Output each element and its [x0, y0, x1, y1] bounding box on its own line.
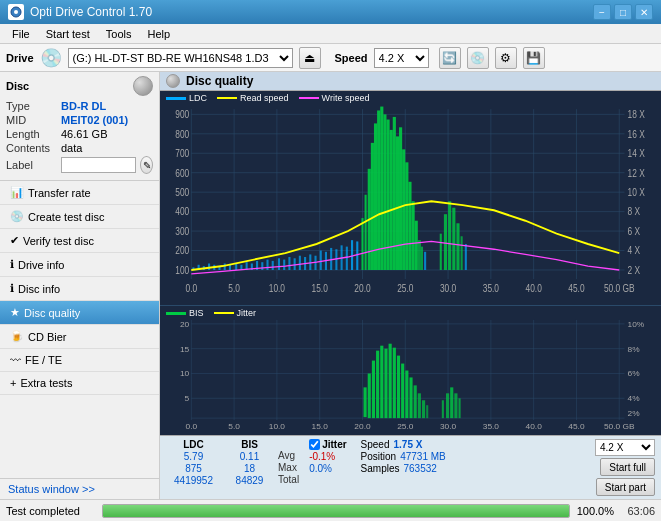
menu-help[interactable]: Help: [139, 26, 178, 42]
svg-text:14 X: 14 X: [628, 147, 646, 159]
svg-text:25.0: 25.0: [397, 282, 413, 294]
write-speed-legend: Write speed: [299, 93, 370, 103]
eject-button[interactable]: ⏏: [299, 47, 321, 69]
cd-bier-icon: 🍺: [10, 330, 24, 343]
svg-text:10.0: 10.0: [269, 422, 286, 431]
drive-info-icon: ℹ: [10, 258, 14, 271]
svg-rect-152: [376, 351, 379, 418]
stats-speed-section: Speed 1.75 X Position 47731 MB Samples 7…: [361, 439, 446, 474]
disc-length-row: Length 46.61 GB: [6, 128, 153, 140]
max-bis: 18: [227, 463, 272, 474]
transfer-rate-label: Transfer rate: [28, 187, 91, 199]
svg-text:2 X: 2 X: [628, 264, 641, 276]
sidebar: Disc Type BD-R DL MID MEIT02 (001) Lengt…: [0, 72, 160, 499]
jitter-legend: Jitter: [214, 308, 257, 318]
menu-tools[interactable]: Tools: [98, 26, 140, 42]
svg-rect-91: [383, 114, 386, 270]
speed-value: 1.75 X: [394, 439, 423, 450]
drive-icon: 💿: [40, 47, 62, 69]
disc-button[interactable]: 💿: [467, 47, 489, 69]
chart-area: Disc quality LDC Read speed Write speed: [160, 72, 661, 499]
svg-text:5: 5: [185, 394, 190, 403]
svg-text:45.0: 45.0: [568, 422, 585, 431]
read-speed-legend-label: Read speed: [240, 93, 289, 103]
jitter-checkbox[interactable]: [309, 439, 320, 450]
menu-file[interactable]: File: [4, 26, 38, 42]
svg-text:2%: 2%: [628, 409, 640, 418]
disc-icon: [133, 76, 153, 96]
max-jitter: 0.0%: [309, 463, 346, 474]
drive-select[interactable]: (G:) HL-DT-ST BD-RE WH16NS48 1.D3: [68, 48, 293, 68]
disc-quality-icon: ★: [10, 306, 20, 319]
sidebar-item-transfer-rate[interactable]: 📊 Transfer rate: [0, 181, 159, 205]
sidebar-item-verify-test-disc[interactable]: ✔ Verify test disc: [0, 229, 159, 253]
svg-rect-160: [409, 377, 412, 418]
svg-rect-60: [235, 263, 237, 269]
samples-row: Samples 763532: [361, 463, 446, 474]
svg-text:700: 700: [175, 147, 189, 159]
max-ldc: 875: [166, 463, 221, 474]
sidebar-item-drive-info[interactable]: ℹ Drive info: [0, 253, 159, 277]
extra-tests-label: Extra tests: [20, 377, 72, 389]
svg-rect-109: [456, 223, 459, 270]
sidebar-item-extra-tests[interactable]: + Extra tests: [0, 372, 159, 395]
menu-start-test[interactable]: Start test: [38, 26, 98, 42]
length-label: Length: [6, 128, 61, 140]
refresh-button[interactable]: 🔄: [439, 47, 461, 69]
lower-chart: BIS Jitter: [160, 305, 661, 435]
disc-label-row: Label ✎: [6, 156, 153, 174]
svg-rect-103: [421, 247, 423, 270]
disc-contents-row: Contents data: [6, 142, 153, 154]
upper-chart-svg: 900 800 700 600 500 400 300 200 100 18 X…: [160, 91, 661, 305]
svg-text:400: 400: [175, 206, 189, 218]
ldc-header: LDC: [166, 439, 221, 450]
close-button[interactable]: ✕: [635, 4, 653, 20]
svg-text:18 X: 18 X: [628, 108, 646, 120]
window-title: Opti Drive Control 1.70: [30, 5, 590, 19]
label-edit-button[interactable]: ✎: [140, 156, 153, 174]
svg-rect-110: [461, 236, 463, 270]
svg-text:20: 20: [180, 320, 190, 329]
svg-rect-166: [446, 393, 449, 418]
disc-quality-label: Disc quality: [24, 307, 80, 319]
sidebar-item-disc-quality[interactable]: ★ Disc quality: [0, 301, 159, 325]
maximize-button[interactable]: □: [614, 4, 632, 20]
sidebar-item-cd-bier[interactable]: 🍺 CD Bier: [0, 325, 159, 349]
sidebar-item-disc-info[interactable]: ℹ Disc info: [0, 277, 159, 301]
quality-speed-select[interactable]: 4.2 X: [595, 439, 655, 456]
upper-legend: LDC Read speed Write speed: [166, 93, 369, 103]
svg-rect-81: [346, 247, 348, 270]
svg-text:15.0: 15.0: [312, 422, 329, 431]
start-full-button[interactable]: Start full: [600, 458, 655, 476]
settings-button[interactable]: ⚙: [495, 47, 517, 69]
status-window-link[interactable]: Status window >>: [0, 478, 159, 499]
disc-title: Disc: [6, 80, 29, 92]
jitter-legend-color: [214, 312, 234, 314]
mid-value: MEIT02 (001): [61, 114, 128, 126]
sidebar-item-fe-te[interactable]: 〰 FE / TE: [0, 349, 159, 372]
svg-text:300: 300: [175, 225, 189, 237]
svg-rect-163: [422, 400, 425, 418]
svg-text:15: 15: [180, 345, 190, 354]
svg-rect-69: [283, 260, 285, 270]
svg-text:100: 100: [175, 264, 189, 276]
upper-chart: LDC Read speed Write speed: [160, 91, 661, 305]
svg-rect-150: [368, 373, 371, 418]
start-part-button[interactable]: Start part: [596, 478, 655, 496]
mid-label: MID: [6, 114, 61, 126]
stats-buttons-section: 4.2 X Start full Start part: [595, 439, 655, 496]
sidebar-item-create-test-disc[interactable]: 💿 Create test disc: [0, 205, 159, 229]
avg-ldc: 5.79: [166, 451, 221, 462]
svg-rect-90: [380, 107, 383, 270]
bis-legend-label: BIS: [189, 308, 204, 318]
chart-title: Disc quality: [186, 74, 253, 88]
save-button[interactable]: 💾: [523, 47, 545, 69]
total-ldc: 4419952: [166, 475, 221, 486]
svg-rect-67: [272, 261, 274, 270]
minimize-button[interactable]: −: [593, 4, 611, 20]
speed-select[interactable]: 4.2 X: [374, 48, 429, 68]
ldc-legend-label: LDC: [189, 93, 207, 103]
progress-track: [102, 504, 570, 518]
svg-rect-155: [389, 344, 392, 418]
label-input[interactable]: [61, 157, 136, 173]
